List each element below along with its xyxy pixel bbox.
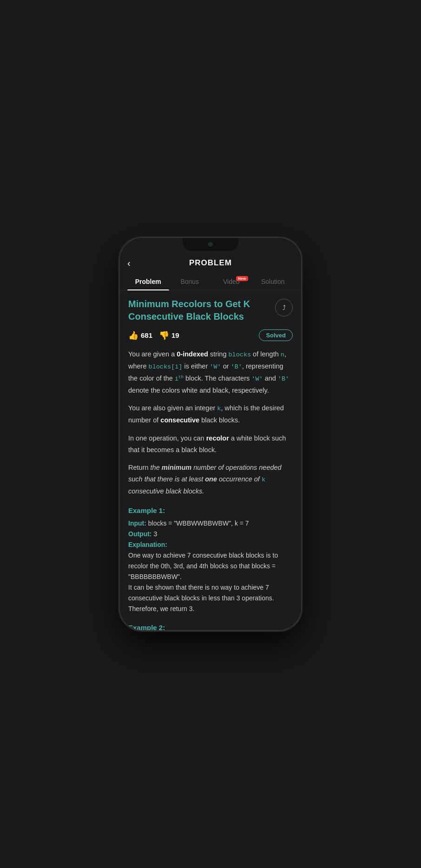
output-label-1: Output: (128, 530, 152, 538)
example-1: Example 1: Input: blocks = "WBBWWBBWBW",… (128, 506, 293, 615)
bold-consecutive: consecutive (160, 416, 199, 424)
code-blocks: blocks (228, 351, 251, 358)
italic-bold-minimum: minimum (162, 464, 191, 471)
code-n: n (281, 351, 284, 358)
example-2-header: Example 2: (128, 624, 293, 630)
phone-shell: ‹ PROBLEM Problem Bonus Video New Soluti… (120, 238, 301, 630)
italic-bold-one: one (205, 475, 217, 483)
votes-row: 👍 681 👎 19 Solved (128, 329, 293, 341)
solved-badge: Solved (259, 329, 293, 341)
page-title: PROBLEM (189, 258, 232, 268)
tab-bar: Problem Bonus Video New Solution (120, 273, 301, 290)
input-label-1: Input: (128, 519, 146, 527)
header: ‹ PROBLEM (120, 255, 301, 273)
tab-bonus[interactable]: Bonus (169, 273, 211, 290)
code-k: k (217, 405, 221, 412)
explanation-label-1: Explanation: (128, 541, 167, 548)
bold-0-indexed: 0-indexed (177, 350, 208, 358)
code-w: 'W' (210, 363, 221, 370)
problem-content: Minimum Recolors to Get K Consecutive Bl… (120, 290, 301, 630)
italic-return-the: the minimum number of operations needed … (128, 464, 282, 483)
tab-solution[interactable]: Solution (252, 273, 294, 290)
bold-recolor: recolor (206, 434, 229, 442)
thumbs-down-icon: 👎 (159, 330, 169, 341)
code-blocks-i: blocks[i] (149, 363, 183, 370)
italic-consecutive-black-blocks: consecutive black blocks. (128, 487, 204, 495)
problem-title: Minimum Recolors to Get K Consecutive Bl… (128, 298, 270, 323)
explanation-text-1: One way to achieve 7 consecutive black b… (128, 550, 293, 615)
phone-notch (183, 238, 238, 251)
phone-screen[interactable]: ‹ PROBLEM Problem Bonus Video New Soluti… (120, 238, 301, 630)
code-k2: k (262, 476, 265, 483)
upvote-count: 681 (141, 331, 152, 339)
problem-description: You are given a 0-indexed string blocks … (128, 349, 293, 497)
upvote-item[interactable]: 👍 681 (128, 330, 152, 341)
downvote-item[interactable]: 👎 19 (159, 330, 179, 341)
tab-problem[interactable]: Problem (127, 273, 169, 290)
code-b2: 'B' (278, 375, 289, 382)
example-2: Example 2: Input: blocks = "WBWBBBW", k … (128, 624, 293, 630)
share-icon: ⤴ (283, 304, 286, 311)
share-button[interactable]: ⤴ (275, 299, 293, 316)
example-1-body: Input: blocks = "WBBWWBBWBW", k = 7 Outp… (128, 518, 293, 615)
code-ith: ith (175, 375, 184, 382)
back-button[interactable]: ‹ (127, 258, 131, 269)
example-1-header: Example 1: (128, 506, 293, 514)
new-badge: New (236, 276, 248, 281)
thumbs-up-icon: 👍 (128, 330, 138, 341)
downvote-count: 19 (171, 331, 179, 339)
problem-title-row: Minimum Recolors to Get K Consecutive Bl… (128, 298, 293, 323)
code-b: 'B' (231, 363, 242, 370)
camera-dot (208, 242, 213, 247)
code-w2: 'W' (251, 375, 263, 382)
tab-video[interactable]: Video New (210, 273, 252, 290)
